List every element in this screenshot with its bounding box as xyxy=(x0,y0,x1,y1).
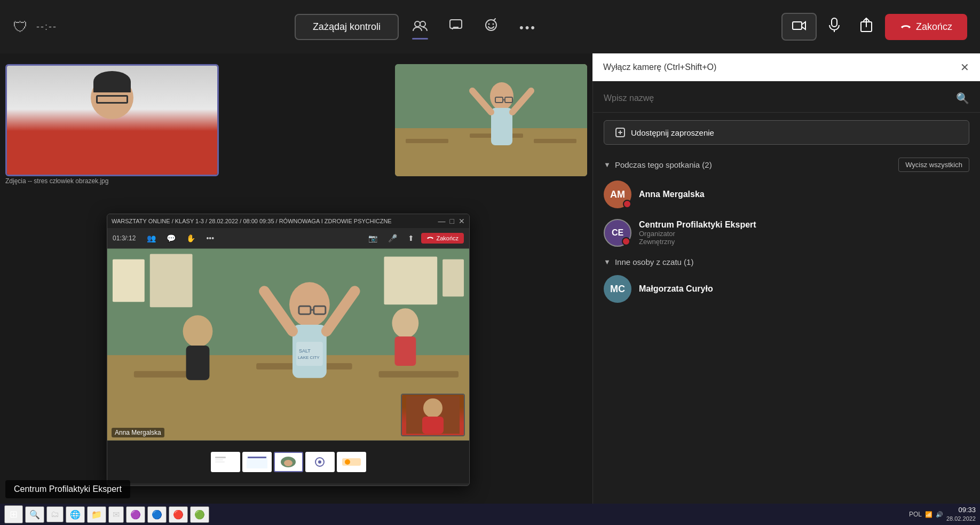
taskbar-clock: 09:33 28.02.2022 xyxy=(946,506,976,522)
more-icon-btn[interactable]: ••• xyxy=(512,14,544,40)
inner-more-btn[interactable]: ••• xyxy=(202,232,218,245)
participants-icon-btn[interactable] xyxy=(405,14,435,40)
chat-section-title: ▼ Inne osoby z czatu (1) xyxy=(604,257,693,267)
svg-rect-48 xyxy=(215,457,226,458)
chat-section-label: Inne osoby z czatu (1) xyxy=(615,257,694,267)
start-button[interactable]: ⊞ xyxy=(4,505,23,523)
avatar-ce-initials: CE xyxy=(612,228,623,238)
taskbar-explorer-btn[interactable]: 📁 xyxy=(87,506,106,523)
remote-video-feed xyxy=(395,64,587,176)
participants-icon xyxy=(413,20,428,32)
participant-info-mc: Małgorzata Curyło xyxy=(639,284,969,294)
pip-person-feed xyxy=(402,395,464,435)
camera-tooltip: Wyłącz kamerę (Ctrl+Shift+O) ✕ xyxy=(592,53,980,81)
slide-thumb-5[interactable] xyxy=(337,452,366,472)
avatar-ce: CE xyxy=(604,219,631,247)
svg-rect-41 xyxy=(186,346,210,380)
participant-name-mc: Małgorzata Curyło xyxy=(639,284,969,294)
local-video-feed xyxy=(7,66,217,175)
inner-mic-btn[interactable]: 🎤 xyxy=(384,232,401,245)
search-area: 🔍 xyxy=(593,84,980,113)
end-call-button[interactable]: Zakończ xyxy=(885,14,967,40)
inner-camera-btn[interactable]: 📷 xyxy=(365,232,381,245)
inner-participants-btn[interactable]: 👥 xyxy=(143,232,160,245)
taskbar-network-icon: 📶 xyxy=(925,511,932,518)
svg-rect-24 xyxy=(150,254,193,308)
slide-thumb-2[interactable] xyxy=(242,452,272,472)
taskbar-ie-btn[interactable]: 🌐 xyxy=(66,506,85,523)
mic-button[interactable] xyxy=(821,12,848,42)
camera-icon xyxy=(792,20,806,31)
avatar-anna-initials: AM xyxy=(610,189,625,200)
zazadaj-button[interactable]: Zażądaj kontroli xyxy=(295,14,399,40)
chat-chevron-icon: ▼ xyxy=(604,258,611,266)
inner-chat-btn[interactable]: 💬 xyxy=(163,232,179,245)
svg-rect-43 xyxy=(394,336,416,366)
share-button[interactable] xyxy=(852,12,881,41)
taskbar-lang: POL xyxy=(909,511,922,518)
inner-end-btn[interactable]: Zakończ xyxy=(421,233,464,244)
top-bar: 🛡 --:-- Zażądaj kontroli xyxy=(0,0,980,53)
inner-share-btn[interactable]: ⬆ xyxy=(404,232,418,245)
svg-rect-26 xyxy=(442,259,464,296)
inner-react-btn[interactable]: ✋ xyxy=(183,232,199,245)
svg-point-59 xyxy=(318,460,321,464)
inner-anna-label: Anna Mergalska xyxy=(112,428,164,437)
inner-restore-button[interactable]: □ xyxy=(450,217,454,225)
slide-thumb-3[interactable] xyxy=(274,452,303,472)
mic-icon xyxy=(828,18,840,33)
bottom-label: Centrum Profilaktyki Ekspert xyxy=(5,480,130,498)
svg-rect-29 xyxy=(379,371,459,378)
local-video xyxy=(5,64,219,176)
classroom-scene xyxy=(395,64,587,176)
camera-button[interactable] xyxy=(781,13,817,41)
slide-thumb-4[interactable] xyxy=(305,452,335,472)
top-bar-left: 🛡 --:-- xyxy=(13,18,57,36)
share-icon xyxy=(859,18,873,33)
participant-row-ce: CE Centrum Profilaktyki Ekspert Organiza… xyxy=(593,214,980,252)
invite-label: Udostępnij zaproszenie xyxy=(631,128,714,137)
inner-video-area: SALT LAKE CITY Anna Mergalska xyxy=(107,248,469,441)
reaction-icon-btn[interactable] xyxy=(477,14,505,40)
inner-window-title: WARSZTATY ONLINE / KLASY 1-3 / 28.02.202… xyxy=(112,218,392,224)
inner-slides-bar xyxy=(107,441,469,483)
inner-window-controls: — □ ✕ xyxy=(438,217,465,225)
inner-close-button[interactable]: ✕ xyxy=(459,217,465,225)
svg-rect-50 xyxy=(215,461,225,463)
camera-tooltip-text: Wyłącz kamerę (Ctrl+Shift+O) xyxy=(603,62,716,72)
taskbar-widgets-btn[interactable]: 🗂 xyxy=(46,506,64,522)
svg-point-0 xyxy=(415,21,420,27)
taskbar-app1-btn[interactable]: 🔵 xyxy=(147,506,167,523)
slide-thumb-1[interactable] xyxy=(211,452,240,472)
mute-all-button[interactable]: Wycisz wszystkich xyxy=(898,158,969,172)
avatar-ce-badge xyxy=(622,237,630,246)
meeting-section-label: Podczas tego spotkania (2) xyxy=(615,160,712,169)
inner-teams-window: WARSZTATY ONLINE / KLASY 1-3 / 28.02.202… xyxy=(107,214,470,486)
end-call-label: Zakończ xyxy=(916,21,952,33)
taskbar-search-btn[interactable]: 🔍 xyxy=(25,506,44,523)
person-head xyxy=(91,76,133,119)
svg-rect-6 xyxy=(832,18,837,27)
inner-titlebar: WARSZTATY ONLINE / KLASY 1-3 / 28.02.202… xyxy=(107,214,469,228)
svg-point-4 xyxy=(492,23,494,25)
svg-text:SALT: SALT xyxy=(299,348,311,354)
svg-point-3 xyxy=(488,23,489,25)
avatar-anna: AM xyxy=(604,181,631,208)
taskbar-teams-btn[interactable]: 🟣 xyxy=(126,506,145,523)
svg-rect-13 xyxy=(534,139,576,143)
tooltip-close-button[interactable]: ✕ xyxy=(960,61,969,74)
taskbar-mail-btn[interactable]: ✉ xyxy=(108,506,124,523)
search-input[interactable] xyxy=(604,93,956,103)
chat-icon-btn[interactable] xyxy=(441,14,470,40)
search-icon: 🔍 xyxy=(956,92,969,105)
inner-minimize-button[interactable]: — xyxy=(438,217,446,225)
svg-rect-46 xyxy=(422,417,444,434)
taskbar-app2-btn[interactable]: 🔴 xyxy=(169,506,188,523)
invite-button[interactable]: Udostępnij zaproszenie xyxy=(604,120,969,145)
inner-timer: 01:3/:12 xyxy=(113,234,136,242)
taskbar-app3-btn[interactable]: 🟢 xyxy=(190,506,209,523)
avatar-mc: MC xyxy=(604,275,631,303)
timer-display: --:-- xyxy=(36,21,57,33)
svg-rect-15 xyxy=(491,108,512,145)
person-hair xyxy=(93,71,131,92)
